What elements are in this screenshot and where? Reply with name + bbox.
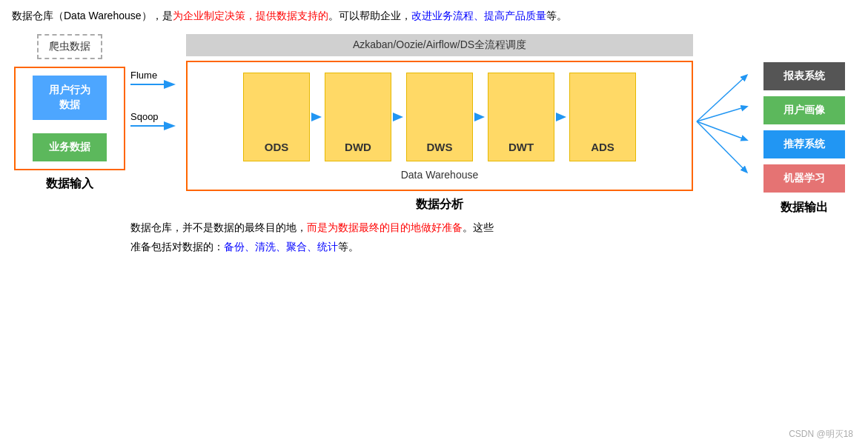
- dwd-dws-arrow: [391, 73, 406, 161]
- intro-after: 等。: [546, 10, 567, 21]
- ods-dwd-arrow: [310, 73, 325, 161]
- layer-dwt: DWT: [488, 73, 554, 161]
- input-main-box: 用户行为数据 业务数据: [14, 67, 125, 170]
- right-section: 报表系统 用户画像 推荐系统 机器学习 数据输出: [752, 34, 856, 215]
- layer-dwd: DWD: [325, 73, 391, 161]
- bottom-line2-blue: 备份、清洗、聚合、统计: [224, 241, 338, 253]
- svg-line-11: [697, 121, 746, 172]
- dwt-ads-arrow: [554, 73, 569, 161]
- fan-arrows-svg: [693, 62, 752, 210]
- right-section-label: 数据输出: [781, 200, 828, 215]
- bottom-text: 数据仓库，并不是数据的最终目的地，而是为数据最终的目的地做好准备。这些 准备包括…: [12, 218, 856, 255]
- middle-section: Azkaban/Oozie/Airflow/DS全流程调度 ODS DWD DW…: [186, 34, 693, 213]
- right-boxes: 报表系统 用户画像 推荐系统 机器学习: [763, 62, 845, 193]
- diagram-wrapper: 爬虫数据 用户行为数据 业务数据 数据输入 Flume Sqoop: [12, 34, 856, 215]
- bottom-line2-before: 准备包括对数据的：: [130, 241, 224, 253]
- bottom-line1-after: 。这些: [463, 221, 494, 233]
- output-report: 报表系统: [763, 62, 845, 90]
- intro-blue1: 改进业务流程、提高产品质量: [411, 10, 546, 21]
- scheduler-box: Azkaban/Oozie/Airflow/DS全流程调度: [186, 34, 693, 56]
- left-section: 爬虫数据 用户行为数据 业务数据 数据输入: [12, 34, 127, 191]
- watermark: CSDN @明灭18: [789, 428, 853, 441]
- bottom-line1-red: 而是为数据最终的目的地做好准备: [307, 221, 463, 233]
- bottom-line2-after: 等。: [338, 241, 359, 253]
- flume-arrow-svg: Flume Sqoop: [127, 62, 186, 136]
- layer-dws: DWS: [406, 73, 473, 161]
- output-recommend: 推荐系统: [763, 130, 845, 158]
- biz-data-box: 业务数据: [33, 133, 107, 161]
- left-mid-connector: Flume Sqoop: [127, 34, 186, 136]
- intro-red1: 为企业制定决策，提供数据支持的: [173, 10, 328, 21]
- dw-layers: ODS DWD DWS DWT: [199, 73, 680, 161]
- layer-ods: ODS: [243, 73, 310, 161]
- intro-paragraph: 数据仓库（Data Warehouse），是为企业制定决策，提供数据支持的。可以…: [12, 7, 856, 24]
- bottom-line1-before: 数据仓库，并不是数据的最终目的地，: [130, 221, 307, 233]
- user-data-box: 用户行为数据: [33, 76, 107, 119]
- middle-section-label: 数据分析: [416, 197, 463, 213]
- svg-text:Flume: Flume: [130, 70, 157, 81]
- output-user-portrait: 用户画像: [763, 96, 845, 124]
- layer-ads: ADS: [569, 73, 636, 161]
- crawler-box: 爬虫数据: [37, 34, 102, 59]
- dws-dwt-arrow: [473, 73, 488, 161]
- output-ml: 机器学习: [763, 164, 845, 193]
- dw-label: Data Warehouse: [401, 169, 479, 181]
- left-section-label: 数据输入: [46, 176, 93, 192]
- intro-between: 。可以帮助企业，: [328, 10, 411, 21]
- fan-col: [693, 34, 752, 213]
- dw-outer-box: ODS DWD DWS DWT: [186, 61, 693, 191]
- svg-text:Sqoop: Sqoop: [130, 111, 159, 122]
- intro-before-red1: 数据仓库（Data Warehouse），是: [12, 10, 173, 21]
- svg-line-10: [697, 121, 746, 140]
